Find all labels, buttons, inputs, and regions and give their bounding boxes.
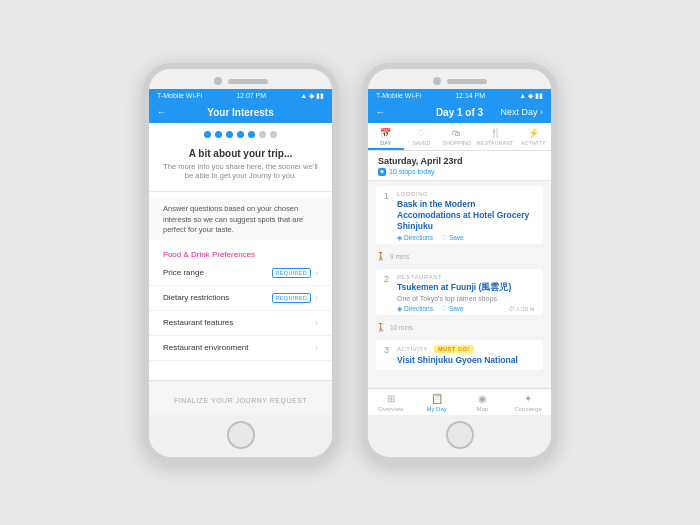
status-bar-1: T-Mobile Wi-Fi 12:07 PM ▲ ◆ ▮▮ (149, 89, 332, 102)
save-icon-2: ♡ (441, 305, 447, 313)
screen1-body: A bit about your trip... The more info y… (149, 123, 332, 415)
dot-2 (215, 131, 222, 138)
nav-bar-1: ← Your Interests (149, 102, 332, 123)
activity-icon: ⚡ (528, 128, 539, 138)
concierge-icon: ✦ (524, 393, 532, 404)
card-restaurant[interactable]: 2 RESTAURANT Tsukemen at Fuunji (風雲児) On… (376, 269, 543, 315)
scroll-content: 1 LODGING Bask in the Modern Accomodatio… (368, 181, 551, 388)
card-title-1: Bask in the Modern Accomodations at Hote… (397, 199, 535, 232)
card-time-2: ⏱ 1:30 hr (509, 306, 535, 312)
status-icons-1: ▲ ◆ ▮▮ (300, 92, 324, 100)
calendar-icon: 📅 (380, 128, 391, 138)
walk-icon-2: 🚶 (376, 323, 386, 332)
tab-saved[interactable]: ♡ SAVED (404, 123, 440, 150)
tab-shopping[interactable]: 🛍 SHOPPING (439, 123, 475, 150)
category-label: Food & Drink Preferences (149, 246, 332, 261)
speaker-1 (228, 79, 268, 84)
nav-bar-2: ← Day 1 of 3 Next Day › (368, 102, 551, 123)
finalize-text: FINALIZE YOUR JOURNY REQUEST (174, 397, 307, 404)
date-header: Saturday, April 23rd 10 stops today (368, 151, 551, 181)
chevron-icon-0: › (315, 268, 318, 278)
save-btn-1[interactable]: ♡ Save (441, 234, 464, 242)
list-item-dietary[interactable]: Dietary restrictions REQUIRED › (149, 286, 332, 311)
save-icon-1: ♡ (441, 234, 447, 242)
phone-2-bottom (368, 415, 551, 457)
trip-subtitle: The more info you share here, the sooner… (163, 162, 318, 182)
bottom-tab-myday[interactable]: 📋 My Day (414, 393, 460, 412)
list-item-features[interactable]: Restaurant features › (149, 311, 332, 336)
tab-restaurant[interactable]: 🍴 RESTAURANT (475, 123, 516, 150)
progress-dots (149, 123, 332, 142)
time-1: 12:07 PM (236, 92, 266, 99)
chevron-icon-3: › (315, 343, 318, 353)
distance-1: 🚶 9 mins (368, 249, 551, 264)
tab-activity[interactable]: ⚡ ACTIVITY (515, 123, 551, 150)
next-day-button[interactable]: Next Day › (500, 107, 543, 117)
home-button-1[interactable] (227, 421, 255, 449)
dot-4 (237, 131, 244, 138)
bag-icon: 🛍 (452, 128, 461, 138)
tab-activity-label: ACTIVITY (521, 140, 546, 146)
card-num-2: 2 (384, 274, 392, 284)
stops-icon (378, 168, 386, 176)
directions-btn-1[interactable]: ◈ Directions (397, 234, 433, 242)
card-activity[interactable]: 3 ACTIVITY Must Go! Visit Shinjuku Gyoen… (376, 340, 543, 370)
directions-icon-1: ◈ (397, 234, 402, 242)
phone-2-top (368, 69, 551, 89)
back-button-2[interactable]: ← (376, 107, 385, 117)
save-btn-2[interactable]: ♡ Save (441, 305, 464, 313)
bottom-tab-map[interactable]: ◉ Map (460, 393, 506, 412)
dot-3 (226, 131, 233, 138)
tab-day[interactable]: 📅 DAY (368, 123, 404, 150)
card-actions-2: ◈ Directions ♡ Save ⏱ 1:30 hr (397, 305, 535, 313)
chevron-icon-1: › (315, 293, 318, 303)
finalize-button[interactable]: FINALIZE YOUR JOURNY REQUEST (149, 380, 332, 415)
tab-bar-2: 📅 DAY ♡ SAVED 🛍 SHOPPING 🍴 RESTAURANT ⚡ (368, 123, 551, 151)
walk-icon-1: 🚶 (376, 252, 386, 261)
bottom-tab-concierge[interactable]: ✦ Concierge (505, 393, 551, 412)
speaker-2 (447, 79, 487, 84)
card-lodging[interactable]: 1 LODGING Bask in the Modern Accomodatio… (376, 186, 543, 244)
tab-shopping-label: SHOPPING (442, 140, 471, 146)
bottom-tab-overview[interactable]: ⊞ Overview (368, 393, 414, 412)
question-text: Answer questions based on your chosen in… (163, 204, 318, 236)
carrier-2: T-Mobile Wi-Fi (376, 92, 421, 99)
bottom-tab-overview-label: Overview (378, 406, 403, 412)
carrier-1: T-Mobile Wi-Fi (157, 92, 202, 99)
phone-2-screen: T-Mobile Wi-Fi 12:14 PM ▲ ◆ ▮▮ ← Day 1 o… (368, 89, 551, 415)
bottom-tabs: ⊞ Overview 📋 My Day ◉ Map ✦ Concierge (368, 388, 551, 415)
tab-restaurant-label: RESTAURANT (477, 140, 514, 146)
trip-title: A bit about your trip... (163, 148, 318, 159)
phone-1-screen: T-Mobile Wi-Fi 12:07 PM ▲ ◆ ▮▮ ← Your In… (149, 89, 332, 415)
phone-1: T-Mobile Wi-Fi 12:07 PM ▲ ◆ ▮▮ ← Your In… (143, 63, 338, 463)
dot-7 (270, 131, 277, 138)
card-actions-1: ◈ Directions ♡ Save (397, 234, 535, 242)
map-icon: ◉ (478, 393, 487, 404)
distance-text-2: 10 mins (390, 324, 413, 331)
list-item-price-range[interactable]: Price range REQUIRED › (149, 261, 332, 286)
chevron-icon-2: › (315, 318, 318, 328)
phone-2: T-Mobile Wi-Fi 12:14 PM ▲ ◆ ▮▮ ← Day 1 o… (362, 63, 557, 463)
list-item-environment[interactable]: Restaurant environment › (149, 336, 332, 361)
status-bar-2: T-Mobile Wi-Fi 12:14 PM ▲ ◆ ▮▮ (368, 89, 551, 102)
date-title: Saturday, April 23rd (378, 156, 541, 166)
bottom-tab-myday-label: My Day (426, 406, 446, 412)
myday-icon: 📋 (431, 393, 443, 404)
card-num-1: 1 (384, 191, 392, 201)
card-title-3: Visit Shinjuku Gyoen National (397, 355, 535, 366)
distance-2: 🚶 10 mins (368, 320, 551, 335)
phone-1-bottom (149, 415, 332, 457)
directions-btn-2[interactable]: ◈ Directions (397, 305, 433, 313)
divider-1 (149, 191, 332, 192)
back-button-1[interactable]: ← (157, 107, 166, 117)
trip-intro: A bit about your trip... The more info y… (149, 142, 332, 186)
dot-1 (204, 131, 211, 138)
question-section: Answer questions based on your chosen in… (149, 198, 332, 240)
required-badge-0: REQUIRED (272, 268, 311, 278)
tab-saved-label: SAVED (412, 140, 430, 146)
home-button-2[interactable] (446, 421, 474, 449)
bottom-tab-map-label: Map (477, 406, 489, 412)
must-go-badge: Must Go! (434, 345, 474, 353)
card-subtitle-2: One of Tokyo's top ramen shops (397, 295, 535, 302)
list-item-label-3: Restaurant environment (163, 343, 248, 352)
